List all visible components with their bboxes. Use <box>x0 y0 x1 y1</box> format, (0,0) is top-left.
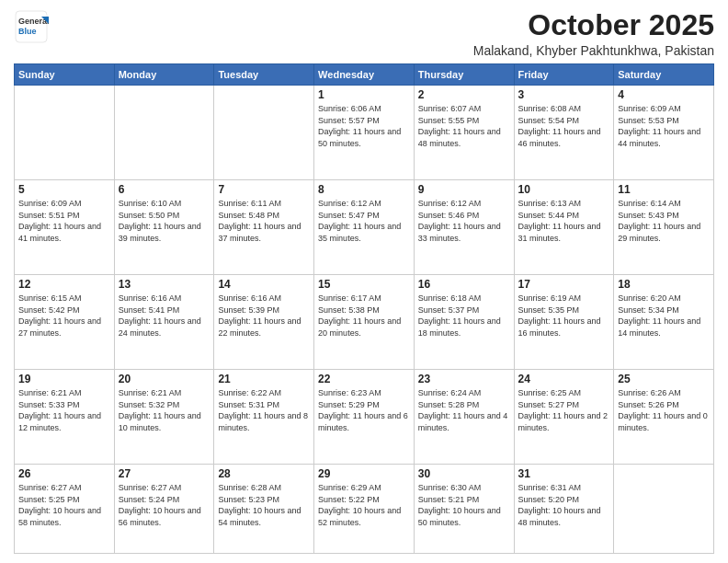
day-number: 19 <box>18 373 110 385</box>
calendar: SundayMondayTuesdayWednesdayThursdayFrid… <box>14 63 714 554</box>
day-info: Sunrise: 6:12 AM Sunset: 5:46 PM Dayligh… <box>418 198 510 244</box>
day-info: Sunrise: 6:23 AM Sunset: 5:29 PM Dayligh… <box>318 387 410 433</box>
day-info: Sunrise: 6:08 AM Sunset: 5:54 PM Dayligh… <box>518 103 610 149</box>
weekday-header-row: SundayMondayTuesdayWednesdayThursdayFrid… <box>15 64 714 86</box>
day-cell: 20Sunrise: 6:21 AM Sunset: 5:32 PM Dayli… <box>114 370 214 465</box>
day-cell: 1Sunrise: 6:06 AM Sunset: 5:57 PM Daylig… <box>314 86 415 180</box>
day-info: Sunrise: 6:14 AM Sunset: 5:43 PM Dayligh… <box>618 198 710 244</box>
day-cell: 28Sunrise: 6:28 AM Sunset: 5:23 PM Dayli… <box>214 465 314 554</box>
day-number: 24 <box>518 373 610 385</box>
day-cell: 27Sunrise: 6:27 AM Sunset: 5:24 PM Dayli… <box>114 465 214 554</box>
day-info: Sunrise: 6:21 AM Sunset: 5:32 PM Dayligh… <box>119 387 210 433</box>
day-cell: 13Sunrise: 6:16 AM Sunset: 5:41 PM Dayli… <box>114 275 214 370</box>
day-number: 14 <box>218 278 310 291</box>
day-cell: 26Sunrise: 6:27 AM Sunset: 5:25 PM Dayli… <box>15 465 115 554</box>
day-number: 20 <box>119 373 210 385</box>
day-number: 16 <box>418 278 510 291</box>
svg-text:Blue: Blue <box>18 27 37 36</box>
day-cell: 10Sunrise: 6:13 AM Sunset: 5:44 PM Dayli… <box>514 180 614 275</box>
day-cell: 17Sunrise: 6:19 AM Sunset: 5:35 PM Dayli… <box>514 275 614 370</box>
weekday-header-thursday: Thursday <box>414 64 514 86</box>
day-cell <box>114 86 214 180</box>
day-number: 13 <box>119 278 210 291</box>
day-number: 30 <box>418 467 510 480</box>
week-row-4: 26Sunrise: 6:27 AM Sunset: 5:25 PM Dayli… <box>15 465 714 554</box>
day-info: Sunrise: 6:16 AM Sunset: 5:41 PM Dayligh… <box>119 293 210 339</box>
day-number: 28 <box>218 467 310 480</box>
day-number: 21 <box>218 373 310 385</box>
day-cell: 31Sunrise: 6:31 AM Sunset: 5:20 PM Dayli… <box>514 465 614 554</box>
logo-icon: General Blue <box>14 9 49 44</box>
day-cell: 23Sunrise: 6:24 AM Sunset: 5:28 PM Dayli… <box>414 370 514 465</box>
day-info: Sunrise: 6:20 AM Sunset: 5:34 PM Dayligh… <box>618 293 710 339</box>
day-info: Sunrise: 6:19 AM Sunset: 5:35 PM Dayligh… <box>518 293 610 339</box>
day-number: 27 <box>119 467 210 480</box>
day-info: Sunrise: 6:15 AM Sunset: 5:42 PM Dayligh… <box>18 293 110 339</box>
week-row-0: 1Sunrise: 6:06 AM Sunset: 5:57 PM Daylig… <box>15 86 714 180</box>
weekday-header-friday: Friday <box>514 64 614 86</box>
day-cell: 12Sunrise: 6:15 AM Sunset: 5:42 PM Dayli… <box>15 275 115 370</box>
day-info: Sunrise: 6:31 AM Sunset: 5:20 PM Dayligh… <box>518 482 610 528</box>
day-info: Sunrise: 6:30 AM Sunset: 5:21 PM Dayligh… <box>418 482 510 528</box>
day-info: Sunrise: 6:25 AM Sunset: 5:27 PM Dayligh… <box>518 387 610 433</box>
day-cell: 21Sunrise: 6:22 AM Sunset: 5:31 PM Dayli… <box>214 370 314 465</box>
day-cell: 3Sunrise: 6:08 AM Sunset: 5:54 PM Daylig… <box>514 86 614 180</box>
day-info: Sunrise: 6:10 AM Sunset: 5:50 PM Dayligh… <box>119 198 210 244</box>
title-block: October 2025 Malakand, Khyber Pakhtunkhw… <box>473 9 714 58</box>
day-cell: 2Sunrise: 6:07 AM Sunset: 5:55 PM Daylig… <box>414 86 514 180</box>
day-number: 2 <box>418 88 510 101</box>
day-number: 11 <box>618 183 710 196</box>
day-number: 17 <box>518 278 610 291</box>
day-number: 9 <box>418 183 510 196</box>
week-row-2: 12Sunrise: 6:15 AM Sunset: 5:42 PM Dayli… <box>15 275 714 370</box>
day-cell: 14Sunrise: 6:16 AM Sunset: 5:39 PM Dayli… <box>214 275 314 370</box>
day-cell: 4Sunrise: 6:09 AM Sunset: 5:53 PM Daylig… <box>614 86 714 180</box>
weekday-header-saturday: Saturday <box>614 64 714 86</box>
day-cell: 16Sunrise: 6:18 AM Sunset: 5:37 PM Dayli… <box>414 275 514 370</box>
day-number: 18 <box>618 278 710 291</box>
day-cell: 22Sunrise: 6:23 AM Sunset: 5:29 PM Dayli… <box>314 370 415 465</box>
day-number: 10 <box>518 183 610 196</box>
day-cell: 11Sunrise: 6:14 AM Sunset: 5:43 PM Dayli… <box>614 180 714 275</box>
day-cell <box>214 86 314 180</box>
day-info: Sunrise: 6:22 AM Sunset: 5:31 PM Dayligh… <box>218 387 310 433</box>
day-cell <box>614 465 714 554</box>
day-info: Sunrise: 6:16 AM Sunset: 5:39 PM Dayligh… <box>218 293 310 339</box>
weekday-header-wednesday: Wednesday <box>314 64 415 86</box>
day-number: 23 <box>418 373 510 385</box>
day-cell: 7Sunrise: 6:11 AM Sunset: 5:48 PM Daylig… <box>214 180 314 275</box>
day-cell: 9Sunrise: 6:12 AM Sunset: 5:46 PM Daylig… <box>414 180 514 275</box>
day-info: Sunrise: 6:07 AM Sunset: 5:55 PM Dayligh… <box>418 103 510 149</box>
day-number: 25 <box>618 373 710 385</box>
day-cell: 5Sunrise: 6:09 AM Sunset: 5:51 PM Daylig… <box>15 180 115 275</box>
week-row-1: 5Sunrise: 6:09 AM Sunset: 5:51 PM Daylig… <box>15 180 714 275</box>
day-number: 8 <box>318 183 410 196</box>
day-info: Sunrise: 6:12 AM Sunset: 5:47 PM Dayligh… <box>318 198 410 244</box>
weekday-header-sunday: Sunday <box>15 64 115 86</box>
day-info: Sunrise: 6:11 AM Sunset: 5:48 PM Dayligh… <box>218 198 310 244</box>
day-info: Sunrise: 6:28 AM Sunset: 5:23 PM Dayligh… <box>218 482 310 528</box>
day-number: 3 <box>518 88 610 101</box>
day-number: 6 <box>119 183 210 196</box>
weekday-header-monday: Monday <box>114 64 214 86</box>
day-info: Sunrise: 6:27 AM Sunset: 5:24 PM Dayligh… <box>119 482 210 528</box>
day-info: Sunrise: 6:06 AM Sunset: 5:57 PM Dayligh… <box>318 103 410 149</box>
day-number: 15 <box>318 278 410 291</box>
day-number: 4 <box>618 88 710 101</box>
day-cell: 29Sunrise: 6:29 AM Sunset: 5:22 PM Dayli… <box>314 465 415 554</box>
day-number: 5 <box>18 183 110 196</box>
day-number: 22 <box>318 373 410 385</box>
month-title: October 2025 <box>473 9 714 41</box>
day-info: Sunrise: 6:26 AM Sunset: 5:26 PM Dayligh… <box>618 387 710 433</box>
day-info: Sunrise: 6:09 AM Sunset: 5:53 PM Dayligh… <box>618 103 710 149</box>
weekday-header-tuesday: Tuesday <box>214 64 314 86</box>
day-cell: 25Sunrise: 6:26 AM Sunset: 5:26 PM Dayli… <box>614 370 714 465</box>
day-cell: 30Sunrise: 6:30 AM Sunset: 5:21 PM Dayli… <box>414 465 514 554</box>
day-number: 29 <box>318 467 410 480</box>
day-cell: 18Sunrise: 6:20 AM Sunset: 5:34 PM Dayli… <box>614 275 714 370</box>
day-info: Sunrise: 6:13 AM Sunset: 5:44 PM Dayligh… <box>518 198 610 244</box>
day-number: 1 <box>318 88 410 101</box>
week-row-3: 19Sunrise: 6:21 AM Sunset: 5:33 PM Dayli… <box>15 370 714 465</box>
day-number: 26 <box>18 467 110 480</box>
day-info: Sunrise: 6:09 AM Sunset: 5:51 PM Dayligh… <box>18 198 110 244</box>
